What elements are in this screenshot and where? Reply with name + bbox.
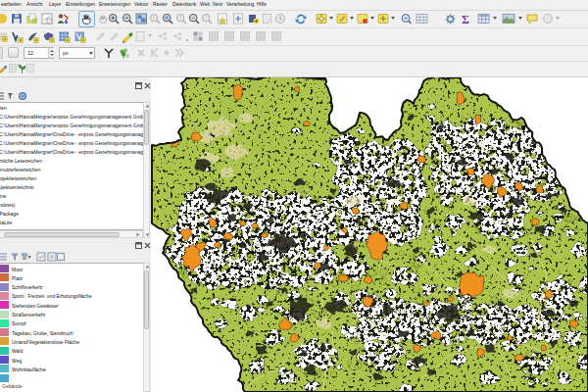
svg-text:Σ: Σ	[462, 13, 469, 24]
